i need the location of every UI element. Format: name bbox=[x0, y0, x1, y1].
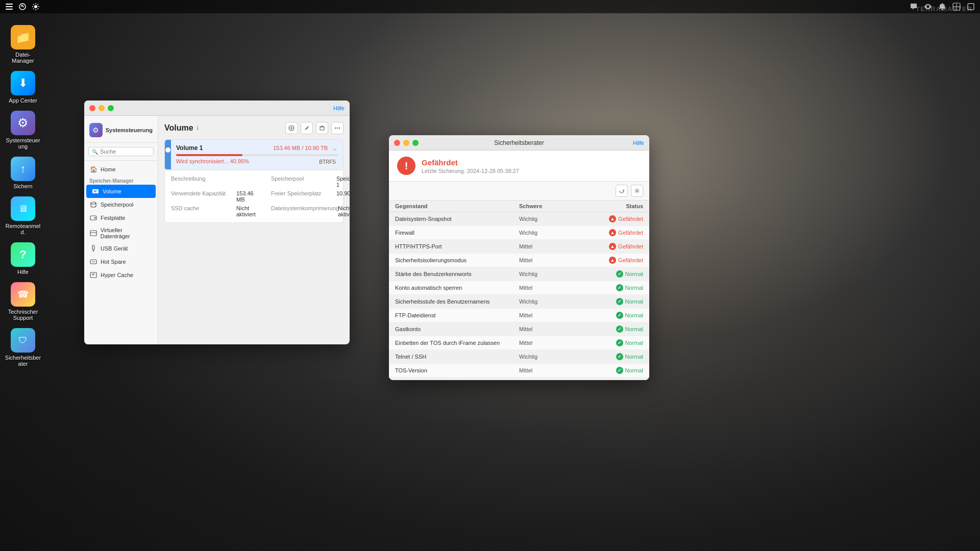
security-row[interactable]: Sicherheitsstufe des Benutzernamens Wich… bbox=[389, 295, 649, 309]
sidebar-item-virtueller-datentraeger[interactable]: Virtueller Datenträger bbox=[84, 224, 158, 242]
svg-rect-0 bbox=[6, 4, 13, 5]
toolbar-delete-button[interactable] bbox=[316, 122, 328, 134]
desktop-icon-sichern[interactable]: ↑ Sichern bbox=[3, 155, 43, 191]
volume-progress-bar bbox=[176, 154, 338, 156]
taskbar-bell-icon[interactable] bbox=[937, 2, 947, 12]
security-content: ! Gefährdet Letzte Sicherung: 2024-12-28… bbox=[389, 151, 649, 380]
sec-item-10: Telnet / SSH bbox=[395, 354, 519, 360]
security-settings-button[interactable] bbox=[631, 185, 643, 197]
security-close-button[interactable] bbox=[394, 140, 400, 146]
sidebar-item-hot-spare[interactable]: Hot Spare bbox=[84, 255, 158, 268]
security-window-title: Sicherheitsberater bbox=[494, 139, 544, 146]
desktop-icon-remote[interactable]: 🖥 Remoteanmeld. bbox=[3, 194, 43, 237]
sec-item-1: Firewall bbox=[395, 230, 519, 236]
taskbar-chat-icon[interactable] bbox=[909, 2, 919, 12]
sysctrl-help-link[interactable]: Hilfe bbox=[333, 105, 345, 111]
sidebar-item-festplatte[interactable]: Festplatte bbox=[84, 211, 158, 224]
status-text-10: Normal bbox=[625, 354, 643, 360]
security-row[interactable]: Sicherheitsisolierungsmodus Mittel ▲ Gef… bbox=[389, 254, 649, 267]
sec-status-8: ✓ Normal bbox=[581, 325, 644, 333]
sec-status-3: ▲ Gefährdet bbox=[581, 257, 644, 264]
svg-point-3 bbox=[19, 4, 26, 10]
main-info-icon[interactable]: ℹ bbox=[197, 125, 199, 132]
sidebar-item-hyper-cache[interactable]: Hyper Cache bbox=[84, 268, 158, 282]
sidebar-item-home[interactable]: 🏠 Home bbox=[84, 163, 158, 176]
desktop-icon-sicherheitsberater[interactable]: 🛡 Sicherheitsberater bbox=[3, 326, 43, 369]
sidebar-virt-label: Virtueller Datenträger bbox=[101, 227, 153, 239]
taskbar-icon-2[interactable] bbox=[17, 2, 28, 12]
status-icon-5: ✓ bbox=[616, 284, 623, 291]
svg-rect-24 bbox=[320, 127, 324, 130]
desktop-icon-hilfe[interactable]: ? Hilfe bbox=[3, 240, 43, 277]
detail-row-free: Freier Speicherplatz 10.90 TB bbox=[271, 190, 350, 203]
security-row[interactable]: Firewall Wichtig ▲ Gefährdet bbox=[389, 226, 649, 240]
status-icon-11: ✓ bbox=[616, 367, 623, 374]
sidebar-item-usb-geraet[interactable]: USB Gerät bbox=[84, 242, 158, 255]
detail-ssd-label: SSD cache bbox=[171, 205, 232, 217]
toolbar-add-button[interactable] bbox=[285, 122, 298, 134]
security-minimize-button[interactable] bbox=[403, 140, 409, 146]
sec-item-4: Stärke des Benutzerkennworts bbox=[395, 271, 519, 277]
sidebar-item-speicherpool[interactable]: Speicherpool bbox=[84, 198, 158, 211]
taskbar-icon-3[interactable] bbox=[31, 2, 41, 12]
volume-progress-fill bbox=[176, 154, 242, 156]
status-text-area: Gefährdet Letzte Sicherung: 2024-12-28 0… bbox=[422, 158, 519, 174]
detail-speicherpool-value: Speicherpool 1 bbox=[336, 176, 350, 188]
security-row[interactable]: TOS-Version Mittel ✓ Normal bbox=[389, 364, 649, 378]
security-refresh-button[interactable] bbox=[616, 185, 628, 197]
hilfe-label: Hilfe bbox=[17, 269, 29, 275]
desktop-icon-systemsteuerung[interactable]: ⚙ Systemsteuerung bbox=[3, 109, 43, 152]
desktop-icon-support[interactable]: ☎ Technischer Support bbox=[3, 280, 43, 323]
security-row[interactable]: Gastkonto Mittel ✓ Normal bbox=[389, 322, 649, 336]
taskbar-icon-1[interactable] bbox=[4, 2, 14, 12]
sidebar-usb-label: USB Gerät bbox=[101, 245, 128, 252]
sec-severity-10: Wichtig bbox=[519, 354, 581, 360]
security-window-controls bbox=[394, 140, 419, 146]
volume-row-1[interactable]: Volume 1 153.46 MB / 10.90 TB ⌄ bbox=[165, 140, 343, 170]
security-row[interactable]: Einbetten der TOS durch iFrame zulassen … bbox=[389, 336, 649, 350]
volume-details: Beschreibung Speicherpool Speicherpool 1… bbox=[164, 170, 344, 223]
security-row[interactable]: Telnet / SSH Wichtig ✓ Normal bbox=[389, 350, 649, 364]
sysctrl-close-button[interactable] bbox=[89, 105, 95, 111]
search-input[interactable] bbox=[100, 148, 146, 155]
detail-row-beschreibung: Beschreibung bbox=[171, 176, 256, 188]
security-row[interactable]: Dateisystem-Snapshot Wichtig ▲ Gefährdet bbox=[389, 212, 649, 226]
taskbar-power-icon[interactable] bbox=[966, 2, 976, 12]
sec-status-9: ✓ Normal bbox=[581, 339, 644, 346]
desktop-icon-app-center[interactable]: ⬇ App Center bbox=[3, 69, 43, 106]
desktop-icon-datei-manager[interactable]: 📁 Datei-Manager bbox=[3, 23, 43, 66]
sidebar-home-label: Home bbox=[101, 166, 115, 172]
security-row[interactable]: UPnP-Suchdienst Wichtig ✓ Normal bbox=[389, 378, 649, 380]
detail-row-compress: Dateisystemkomprimierung Nicht aktiviert bbox=[271, 205, 350, 217]
status-icon-8: ✓ bbox=[616, 325, 623, 333]
sidebar-volume-label: Volume bbox=[103, 188, 121, 194]
sec-status-11: ✓ Normal bbox=[581, 367, 644, 374]
toolbar-edit-button[interactable] bbox=[301, 122, 313, 134]
home-icon: 🏠 bbox=[89, 165, 97, 173]
status-text-4: Normal bbox=[625, 271, 643, 277]
security-row[interactable]: Stärke des Benutzerkennworts Wichtig ✓ N… bbox=[389, 267, 649, 281]
security-status-subtitle: Letzte Sicherung: 2024-12-28 05:38:27 bbox=[422, 168, 519, 174]
security-maximize-button[interactable] bbox=[412, 140, 419, 146]
status-icon-1: ▲ bbox=[609, 229, 616, 236]
toolbar-more-button[interactable] bbox=[331, 122, 344, 134]
hypercache-icon bbox=[89, 271, 97, 279]
taskbar-network-icon[interactable] bbox=[951, 2, 962, 12]
volume-scroll-btn[interactable]: ⌄ bbox=[332, 144, 338, 152]
security-row[interactable]: FTP-Dateidienst Mittel ✓ Normal bbox=[389, 309, 649, 322]
detail-row-used: Verwendete Kapazität 153.46 MB bbox=[171, 190, 256, 203]
taskbar-signal-icon[interactable] bbox=[923, 2, 933, 12]
sidebar-item-volume[interactable]: Volume bbox=[86, 185, 156, 198]
sysctrl-search-box[interactable]: 🔍 bbox=[88, 147, 154, 156]
taskbar-right-icons bbox=[909, 2, 976, 12]
security-help-link[interactable]: Hilfe bbox=[633, 140, 644, 146]
sec-status-10: ✓ Normal bbox=[581, 353, 644, 360]
security-row[interactable]: HTTP/HTTPS-Port Mittel ▲ Gefährdet bbox=[389, 240, 649, 254]
sysctrl-minimize-button[interactable] bbox=[99, 105, 105, 111]
status-text-5: Normal bbox=[625, 285, 643, 291]
svg-point-30 bbox=[636, 190, 638, 192]
status-icon-3: ▲ bbox=[609, 257, 616, 264]
sysctrl-maximize-button[interactable] bbox=[108, 105, 114, 111]
sec-item-0: Dateisystem-Snapshot bbox=[395, 216, 519, 222]
security-row[interactable]: Konto automatisch sperren Mittel ✓ Norma… bbox=[389, 281, 649, 295]
